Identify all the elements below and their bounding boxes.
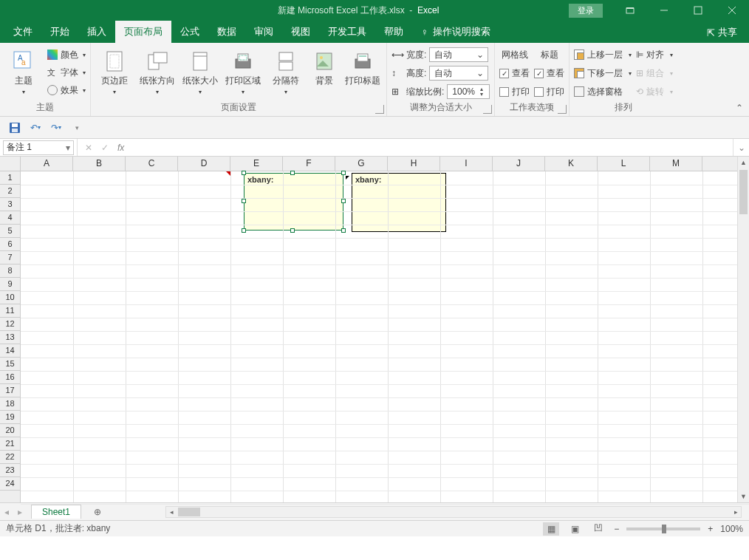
margins-button[interactable]: 页边距▾ <box>95 47 134 95</box>
menu-developer[interactable]: 开发工具 <box>319 21 375 43</box>
fx-icon[interactable]: fx <box>117 143 124 153</box>
col-header[interactable]: I <box>440 157 493 171</box>
row-header[interactable]: 19 <box>0 411 20 424</box>
row-header[interactable]: 21 <box>0 437 20 451</box>
selection-pane-button[interactable]: 选择窗格 <box>574 83 632 100</box>
gridlines-view-checkbox[interactable]: ✓查看 <box>499 65 530 81</box>
col-header[interactable]: J <box>493 157 545 171</box>
cancel-icon[interactable]: ✕ <box>85 143 92 153</box>
width-combo[interactable]: 自动⌄ <box>429 47 488 62</box>
col-header[interactable]: A <box>21 157 73 171</box>
theme-fonts-button[interactable]: 文字体▾ <box>47 64 86 81</box>
row-header[interactable]: 17 <box>0 384 20 397</box>
qat-customize-button[interactable]: ▾ <box>69 120 84 135</box>
row-header[interactable]: 8 <box>0 264 20 278</box>
row-header[interactable]: 5 <box>0 225 20 238</box>
height-combo[interactable]: 自动⌄ <box>429 66 488 81</box>
col-header[interactable]: H <box>388 157 440 171</box>
menu-file[interactable]: 文件 <box>4 21 41 43</box>
close-icon[interactable] <box>715 0 749 21</box>
normal-view-button[interactable]: ▦ <box>543 522 559 536</box>
menu-home[interactable]: 开始 <box>41 21 78 43</box>
select-all-corner[interactable] <box>0 157 21 171</box>
row-header[interactable]: 10 <box>0 291 20 304</box>
align-button[interactable]: ⊫对齐▾ <box>636 47 673 63</box>
row-header[interactable]: 9 <box>0 278 20 291</box>
themes-button[interactable]: Aa 主题▾ <box>4 47 43 95</box>
menu-view[interactable]: 视图 <box>282 21 319 43</box>
headings-print-checkbox[interactable]: 打印 <box>534 83 564 100</box>
page-break-view-button[interactable]: 凹 <box>590 522 606 536</box>
add-sheet-button[interactable]: ⊕ <box>89 507 106 517</box>
row-header[interactable]: 20 <box>0 424 20 437</box>
gridlines-print-checkbox[interactable]: 打印 <box>499 83 530 100</box>
comment-box-selected[interactable]: xbany: <box>244 173 343 231</box>
row-header[interactable]: 3 <box>0 198 20 211</box>
row-header[interactable]: 16 <box>0 371 20 384</box>
row-header[interactable]: 24 <box>0 477 20 491</box>
save-button[interactable] <box>7 120 22 135</box>
tab-nav-next[interactable]: ▸ <box>13 507 27 517</box>
col-header[interactable]: M <box>650 157 702 171</box>
menu-page-layout[interactable]: 页面布局 <box>115 21 171 43</box>
scale-spinner[interactable]: 100%▴▾ <box>447 84 490 99</box>
row-header[interactable]: 6 <box>0 238 20 251</box>
row-header[interactable]: 4 <box>0 211 20 225</box>
bring-forward-button[interactable]: 上移一层▾ <box>574 47 632 63</box>
row-header[interactable]: 14 <box>0 344 20 358</box>
menu-insert[interactable]: 插入 <box>78 21 115 43</box>
col-header[interactable]: C <box>126 157 178 171</box>
col-header[interactable]: D <box>178 157 230 171</box>
vertical-scrollbar[interactable]: ▲ ▼ <box>737 157 749 502</box>
row-header[interactable]: 13 <box>0 331 20 344</box>
background-button[interactable]: 背景 <box>309 47 339 87</box>
row-header[interactable]: 11 <box>0 304 20 318</box>
orientation-button[interactable]: 纸张方向▾ <box>138 47 177 95</box>
ribbon-display-options-icon[interactable] <box>613 0 647 21</box>
send-backward-button[interactable]: 下移一层▾ <box>574 65 632 81</box>
print-area-button[interactable]: 打印区域▾ <box>224 47 262 95</box>
maximize-icon[interactable] <box>681 0 715 21</box>
scroll-thumb[interactable] <box>178 508 200 516</box>
col-header[interactable]: F <box>283 157 335 171</box>
scroll-up-icon[interactable]: ▲ <box>738 157 749 168</box>
zoom-in-button[interactable]: + <box>708 524 713 534</box>
row-header[interactable]: 1 <box>0 171 20 185</box>
col-header[interactable]: B <box>73 157 126 171</box>
headings-view-checkbox[interactable]: ✓查看 <box>534 65 564 81</box>
formula-input[interactable] <box>131 139 733 156</box>
size-button[interactable]: 纸张大小▾ <box>181 47 219 95</box>
zoom-level[interactable]: 100% <box>720 524 743 534</box>
row-header[interactable]: 15 <box>0 358 20 371</box>
scroll-thumb[interactable] <box>739 170 748 214</box>
theme-effects-button[interactable]: 效果▾ <box>47 82 86 98</box>
col-header[interactable]: K <box>545 157 598 171</box>
login-button[interactable]: 登录 <box>569 4 603 18</box>
scale-dialog-launcher[interactable] <box>483 105 492 114</box>
horizontal-scrollbar[interactable]: ◂ ▸ <box>165 506 742 518</box>
redo-button[interactable]: ↷▾ <box>49 120 64 135</box>
name-box[interactable]: 备注 1▾ <box>3 140 74 155</box>
scroll-right-icon[interactable]: ▸ <box>731 508 741 516</box>
menu-formulas[interactable]: 公式 <box>171 21 208 43</box>
print-titles-button[interactable]: 打印标题 <box>343 47 382 87</box>
undo-button[interactable]: ↶▾ <box>28 120 43 135</box>
zoom-out-button[interactable]: − <box>614 524 619 534</box>
share-button[interactable]: ⇱ 共享 <box>700 22 745 43</box>
theme-colors-button[interactable]: 颜色▾ <box>47 47 86 63</box>
zoom-slider[interactable] <box>626 527 700 530</box>
spreadsheet-grid[interactable]: A B C D E F G H I J K L M 12345678910111… <box>0 157 749 502</box>
page-layout-view-button[interactable]: ▣ <box>567 522 583 536</box>
scroll-left-icon[interactable]: ◂ <box>166 508 177 516</box>
row-header[interactable]: 7 <box>0 251 20 264</box>
comment-box[interactable]: xbany: <box>352 173 446 232</box>
cells-area[interactable]: xbany: xbany: <box>21 171 749 502</box>
collapse-ribbon-icon[interactable]: ⌃ <box>736 103 743 113</box>
expand-formula-bar-icon[interactable]: ⌄ <box>733 139 749 156</box>
col-header[interactable]: E <box>230 157 283 171</box>
menu-help[interactable]: 帮助 <box>375 21 412 43</box>
row-header[interactable]: 2 <box>0 185 20 198</box>
enter-icon[interactable]: ✓ <box>101 143 109 153</box>
tab-nav-prev[interactable]: ◂ <box>0 507 13 517</box>
col-header[interactable]: L <box>598 157 650 171</box>
